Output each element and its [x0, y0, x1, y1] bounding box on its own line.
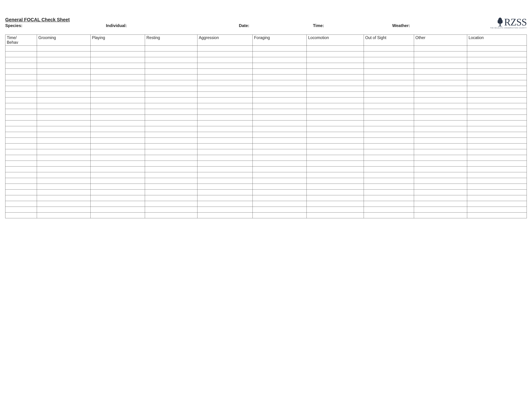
table-cell	[5, 46, 37, 51]
table-cell	[197, 51, 253, 57]
table-cell	[5, 155, 37, 161]
table-cell	[37, 138, 91, 144]
table-cell	[90, 115, 145, 120]
table-cell	[364, 126, 414, 132]
table-cell	[90, 126, 145, 132]
table-cell	[145, 103, 197, 109]
table-cell	[414, 178, 467, 184]
table-cell	[364, 161, 414, 167]
table-cell	[5, 109, 37, 115]
table-cell	[197, 46, 253, 51]
table-cell	[197, 57, 253, 63]
table-cell	[467, 149, 527, 155]
table-cell	[197, 201, 253, 207]
table-cell	[90, 155, 145, 161]
table-cell	[90, 167, 145, 172]
table-cell	[145, 207, 197, 213]
table-cell	[467, 86, 527, 92]
th-other: Other	[414, 35, 467, 46]
table-cell	[145, 184, 197, 189]
table-cell	[5, 184, 37, 189]
table-row	[5, 69, 527, 74]
table-cell	[253, 63, 307, 69]
logo: RZSS THE WILDLIFE CONSERVATION CHARITY	[488, 17, 527, 29]
table-cell	[197, 195, 253, 201]
table-cell	[364, 103, 414, 109]
table-cell	[197, 138, 253, 144]
table-cell	[145, 213, 197, 218]
table-cell	[145, 109, 197, 115]
table-row	[5, 155, 527, 161]
table-row	[5, 195, 527, 201]
table-cell	[37, 80, 91, 86]
table-cell	[253, 167, 307, 172]
table-row	[5, 63, 527, 69]
table-cell	[145, 86, 197, 92]
table-cell	[145, 161, 197, 167]
table-cell	[467, 138, 527, 144]
table-cell	[90, 98, 145, 103]
table-cell	[197, 178, 253, 184]
table-cell	[253, 92, 307, 98]
table-cell	[414, 138, 467, 144]
table-cell	[364, 189, 414, 195]
table-cell	[145, 98, 197, 103]
table-cell	[37, 103, 91, 109]
table-row	[5, 80, 527, 86]
table-cell	[253, 184, 307, 189]
table-cell	[467, 207, 527, 213]
table-cell	[467, 184, 527, 189]
table-cell	[467, 46, 527, 51]
table-cell	[90, 172, 145, 178]
table-cell	[145, 149, 197, 155]
table-cell	[37, 115, 91, 120]
table-cell	[145, 178, 197, 184]
table-cell	[145, 80, 197, 86]
table-cell	[90, 189, 145, 195]
table-cell	[5, 189, 37, 195]
table-row	[5, 115, 527, 120]
table-cell	[414, 155, 467, 161]
table-cell	[197, 126, 253, 132]
table-cell	[5, 149, 37, 155]
table-cell	[5, 74, 37, 80]
table-cell	[253, 126, 307, 132]
table-cell	[197, 161, 253, 167]
table-cell	[197, 86, 253, 92]
table-cell	[5, 207, 37, 213]
table-cell	[364, 63, 414, 69]
table-cell	[414, 195, 467, 201]
table-row	[5, 74, 527, 80]
table-cell	[364, 155, 414, 161]
table-cell	[37, 178, 91, 184]
table-cell	[253, 213, 307, 218]
table-cell	[37, 63, 91, 69]
table-cell	[5, 201, 37, 207]
table-cell	[253, 178, 307, 184]
table-cell	[414, 201, 467, 207]
table-cell	[145, 126, 197, 132]
table-cell	[414, 74, 467, 80]
table-cell	[90, 195, 145, 201]
table-cell	[197, 213, 253, 218]
table-cell	[364, 207, 414, 213]
table-cell	[253, 207, 307, 213]
table-cell	[364, 80, 414, 86]
table-cell	[253, 120, 307, 126]
table-cell	[307, 74, 364, 80]
table-cell	[37, 189, 91, 195]
table-cell	[253, 201, 307, 207]
table-cell	[37, 213, 91, 218]
table-cell	[253, 109, 307, 115]
table-cell	[90, 213, 145, 218]
table-cell	[414, 126, 467, 132]
table-cell	[145, 138, 197, 144]
table-cell	[414, 144, 467, 149]
table-cell	[467, 51, 527, 57]
table-cell	[364, 195, 414, 201]
table-cell	[414, 63, 467, 69]
table-cell	[145, 189, 197, 195]
table-cell	[307, 138, 364, 144]
table-cell	[37, 155, 91, 161]
table-row	[5, 120, 527, 126]
